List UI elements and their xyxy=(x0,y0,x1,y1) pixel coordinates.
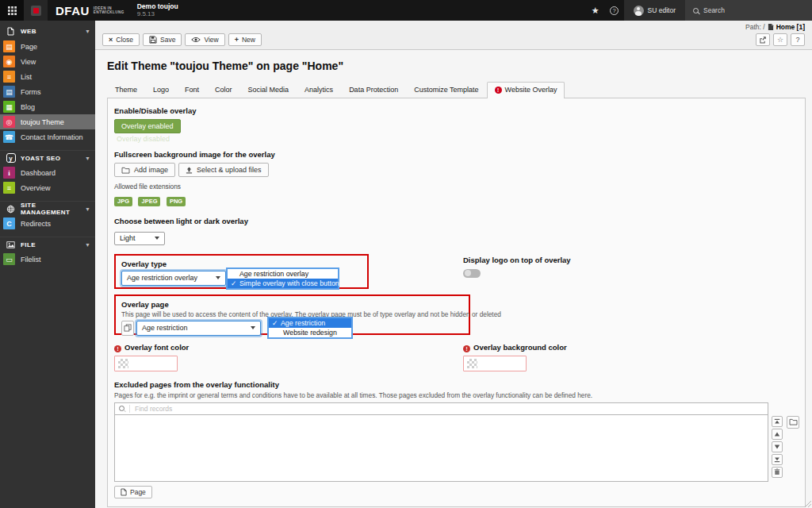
sidebar-item-overview[interactable]: ≡ Overview xyxy=(0,180,95,195)
new-button[interactable]: +New xyxy=(228,33,262,46)
sidebar-item-toujou-theme[interactable]: ◎ toujou Theme xyxy=(0,114,95,129)
save-icon xyxy=(149,36,157,44)
delete-button[interactable] xyxy=(772,467,783,478)
view-module-icon: ◉ xyxy=(3,56,15,67)
sidebar-section-yoast[interactable]: y YOAST SEO ▼ xyxy=(0,150,95,165)
view-button[interactable]: View xyxy=(185,33,224,46)
sidebar-section-site-management[interactable]: SITE MANAGEMENT ▼ xyxy=(0,201,95,216)
dashboard-module-icon: i xyxy=(3,167,15,179)
docheader-help-button[interactable]: ? xyxy=(791,33,805,46)
check-icon: ✓ xyxy=(272,319,278,327)
move-to-bottom-button[interactable] xyxy=(772,454,783,465)
module-sidebar: WEB ▼ ▤ Page ◉ View ≡ List ▤ Forms ▦ Blo… xyxy=(0,21,95,508)
check-icon: ✓ xyxy=(231,279,236,287)
sidebar-item-view[interactable]: ◉ View xyxy=(0,54,95,69)
tab-analytics[interactable]: Analytics xyxy=(297,82,341,98)
select-upload-files-button[interactable]: Select & upload files xyxy=(178,163,269,177)
dropdown-option[interactable]: ✓Age restriction xyxy=(269,318,351,328)
copy-icon xyxy=(124,324,132,332)
excluded-pages-listbox[interactable] xyxy=(114,414,768,482)
plus-icon: + xyxy=(235,36,239,44)
sidebar-item-forms[interactable]: ▤ Forms xyxy=(0,84,95,99)
sidebar-item-dashboard[interactable]: i Dashboard xyxy=(0,165,95,180)
divider xyxy=(129,405,130,413)
chevron-down-icon xyxy=(216,276,220,279)
font-color-field: !Overlay font color xyxy=(114,343,799,371)
move-up-button[interactable] xyxy=(772,429,783,440)
help-button[interactable]: ? xyxy=(605,0,624,21)
app-logo-button[interactable] xyxy=(24,0,48,21)
collapse-caret-icon[interactable]: ▼ xyxy=(85,29,90,34)
breadcrumb-page[interactable]: Home [1] xyxy=(776,23,805,31)
excluded-pages-description: Pages for e.g. the imprint or general te… xyxy=(114,391,799,399)
overlay-type-select[interactable]: Age restriction overlay xyxy=(121,271,226,286)
page-icon xyxy=(121,488,127,496)
collapse-caret-icon[interactable]: ▼ xyxy=(85,206,90,212)
brand-logo: DFAU IDEEN INENTWICKLUNG xyxy=(48,0,131,21)
overlay-page-select[interactable]: Age restriction xyxy=(136,321,261,336)
sidebar-item-page[interactable]: ▤ Page xyxy=(0,39,95,54)
user-menu[interactable]: SU editor xyxy=(624,0,685,21)
web-section-icon xyxy=(6,27,16,36)
tab-data-protection[interactable]: Data Protection xyxy=(341,82,406,98)
sidebar-item-filelist[interactable]: ▭ Filelist xyxy=(0,252,95,267)
main-area: Path: / Home [1] ×Close Save View +New ☆… xyxy=(95,21,812,508)
brand-claim: IDEEN INENTWICKLUNG xyxy=(94,6,124,15)
save-button[interactable]: Save xyxy=(143,33,182,46)
tab-strip: Theme Logo Font Color Social Media Analy… xyxy=(107,82,806,98)
move-down-button[interactable] xyxy=(772,441,783,452)
browse-pages-button[interactable] xyxy=(787,416,799,429)
trash-icon xyxy=(774,468,780,475)
list-module-icon: ≡ xyxy=(3,71,15,83)
tab-theme[interactable]: Theme xyxy=(107,82,145,98)
tab-alert-icon: ! xyxy=(495,87,502,94)
typo3-version: 9.5.13 xyxy=(137,10,178,17)
sidebar-section-file[interactable]: FILE ▼ xyxy=(0,237,95,252)
forms-module-icon: ▤ xyxy=(3,86,15,98)
overview-module-icon: ≡ xyxy=(3,182,15,194)
light-dark-select[interactable]: Light xyxy=(114,232,165,245)
overlay-enabled-button[interactable]: Overlay enabled xyxy=(114,119,181,133)
transparency-swatch xyxy=(467,359,477,368)
folder-icon xyxy=(789,418,798,425)
collapse-caret-icon[interactable]: ▼ xyxy=(85,242,90,248)
tab-social-media[interactable]: Social Media xyxy=(240,82,297,98)
sidebar-item-list[interactable]: ≡ List xyxy=(0,69,95,84)
modules-menu-button[interactable] xyxy=(0,0,24,21)
tab-website-overlay[interactable]: ! Website Overlay xyxy=(487,82,565,98)
bg-color-input[interactable] xyxy=(463,356,527,371)
page-wizard-button[interactable]: Page xyxy=(114,486,152,498)
image-icon xyxy=(6,241,16,248)
display-logo-label: Display logo on top of overlay xyxy=(463,256,571,264)
avatar xyxy=(634,6,644,16)
font-color-input[interactable] xyxy=(114,356,178,371)
collapse-caret-icon[interactable]: ▼ xyxy=(85,156,90,161)
dropdown-option[interactable]: Age restriction overlay xyxy=(228,269,338,279)
bookmarks-button[interactable]: ★ xyxy=(586,0,605,21)
move-to-top-button[interactable] xyxy=(772,416,783,427)
sidebar-section-web[interactable]: WEB ▼ xyxy=(0,24,95,39)
dropdown-option[interactable]: ✓Simple overlay with close button xyxy=(228,279,338,288)
find-records-input[interactable] xyxy=(135,405,764,413)
display-logo-toggle[interactable] xyxy=(463,269,481,278)
tab-logo[interactable]: Logo xyxy=(145,82,177,98)
global-search[interactable]: Search xyxy=(685,0,812,21)
record-icon-button[interactable] xyxy=(121,321,134,336)
tab-customize-template[interactable]: Customize Template xyxy=(406,82,486,98)
close-button[interactable]: ×Close xyxy=(102,33,140,46)
tab-font[interactable]: Font xyxy=(177,82,207,98)
sidebar-item-redirects[interactable]: C Redirects xyxy=(0,216,95,231)
filelist-module-icon: ▭ xyxy=(3,253,15,265)
overlay-disabled-ghost-label: Overlay disabled xyxy=(114,135,799,143)
bookmark-button[interactable]: ☆ xyxy=(773,33,787,46)
dropdown-option[interactable]: Website redesign xyxy=(269,328,351,337)
tab-color[interactable]: Color xyxy=(207,82,240,98)
upload-icon xyxy=(186,167,193,174)
search-icon xyxy=(119,406,124,411)
help-icon: ? xyxy=(610,6,619,15)
add-image-button[interactable]: Add image xyxy=(114,163,175,177)
open-in-new-button[interactable] xyxy=(756,33,770,46)
close-icon: × xyxy=(109,36,113,44)
sidebar-item-blog[interactable]: ▦ Blog xyxy=(0,99,95,114)
sidebar-item-contact-information[interactable]: ☎ Contact Information xyxy=(0,129,95,144)
